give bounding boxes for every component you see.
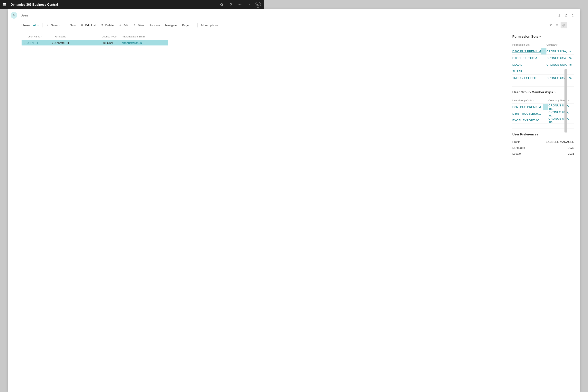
user-row[interactable]: ANNEH Annette Hill Full User anneh@cronu… xyxy=(22,40,168,46)
divider xyxy=(42,23,43,28)
view-filter-label: All xyxy=(33,24,36,27)
svg-line-15 xyxy=(48,26,49,26)
page-title: Users xyxy=(21,14,28,17)
svg-point-11 xyxy=(240,4,240,5)
svg-point-22 xyxy=(134,24,135,25)
delete-button[interactable]: Delete xyxy=(101,24,114,27)
col-full-name[interactable]: Full Name xyxy=(54,35,102,38)
svg-point-12 xyxy=(249,5,249,6)
app-title: Dynamics 365 Business Central xyxy=(10,3,58,6)
view-filter-dropdown[interactable]: All xyxy=(33,24,39,27)
edit-button[interactable]: Edit xyxy=(119,24,128,27)
notifications-icon[interactable] xyxy=(226,0,236,9)
page-card: Users Users: All Search New Edit List xyxy=(8,9,264,176)
view-button[interactable]: View xyxy=(134,24,144,27)
page-menu[interactable]: Page xyxy=(182,24,189,27)
row-indicator-icon xyxy=(22,41,28,44)
back-button[interactable] xyxy=(10,12,17,18)
svg-rect-5 xyxy=(5,4,6,5)
user-avatar[interactable]: BC xyxy=(255,2,261,8)
top-bar: Dynamics 365 Business Central BC xyxy=(0,0,264,9)
edit-list-label: Edit List xyxy=(85,24,96,27)
toolbar-label: Users: xyxy=(22,24,31,27)
app-launcher-icon[interactable] xyxy=(0,0,9,9)
svg-rect-7 xyxy=(4,6,5,6)
more-options[interactable]: More options xyxy=(201,24,218,27)
settings-icon[interactable] xyxy=(236,0,244,9)
list-headers: User Name ↑ Full Name License Type Authe… xyxy=(22,35,264,40)
svg-line-10 xyxy=(222,5,223,6)
cell-auth-email[interactable]: anneh@cronus xyxy=(122,41,142,44)
search-button[interactable]: Search xyxy=(46,24,60,27)
search-label: Search xyxy=(51,24,60,27)
cell-full-name: Annette Hill xyxy=(54,41,102,44)
svg-point-14 xyxy=(47,24,48,26)
cell-user-name[interactable]: ANNEH xyxy=(28,41,50,44)
navigate-menu[interactable]: Navigate xyxy=(165,24,177,27)
svg-rect-18 xyxy=(81,24,83,25)
chevron-down-icon xyxy=(37,24,39,27)
content-area: User Name ↑ Full Name License Type Authe… xyxy=(8,29,264,176)
svg-point-31 xyxy=(52,42,52,43)
col-auth-email[interactable]: Authentication Email xyxy=(122,35,161,38)
svg-point-30 xyxy=(52,42,52,42)
delete-label: Delete xyxy=(105,24,114,27)
svg-rect-0 xyxy=(3,3,4,4)
svg-rect-19 xyxy=(81,25,83,26)
auth-email-link[interactable]: anneh@cronus xyxy=(122,41,142,44)
divider xyxy=(197,23,198,28)
new-label: New xyxy=(70,24,76,27)
edit-list-button[interactable]: Edit List xyxy=(81,24,96,27)
svg-point-32 xyxy=(52,43,52,44)
svg-point-9 xyxy=(220,3,223,6)
cell-license-type: Full User xyxy=(102,41,122,44)
process-menu[interactable]: Process xyxy=(150,24,160,27)
view-label: View xyxy=(138,24,144,27)
page-header: Users xyxy=(8,9,264,21)
svg-rect-6 xyxy=(3,6,4,6)
sort-asc-icon: ↑ xyxy=(41,36,42,38)
toolbar: Users: All Search New Edit List Delete E… xyxy=(8,21,264,29)
user-name-link[interactable]: ANNEH xyxy=(28,41,38,44)
col-user-name[interactable]: User Name ↑ xyxy=(28,35,54,38)
svg-rect-3 xyxy=(3,4,4,5)
edit-label: Edit xyxy=(124,24,128,27)
svg-rect-4 xyxy=(4,4,5,5)
col-user-name-label: User Name xyxy=(28,35,40,38)
global-search-icon[interactable] xyxy=(217,0,226,9)
svg-rect-1 xyxy=(4,3,5,4)
col-license-type[interactable]: License Type xyxy=(102,35,122,38)
svg-rect-2 xyxy=(5,3,6,4)
row-actions-icon[interactable] xyxy=(50,42,54,44)
help-icon[interactable] xyxy=(244,0,254,9)
svg-rect-20 xyxy=(81,26,83,26)
svg-rect-8 xyxy=(5,6,6,6)
new-button[interactable]: New xyxy=(65,24,76,27)
users-list: User Name ↑ Full Name License Type Authe… xyxy=(8,29,264,176)
